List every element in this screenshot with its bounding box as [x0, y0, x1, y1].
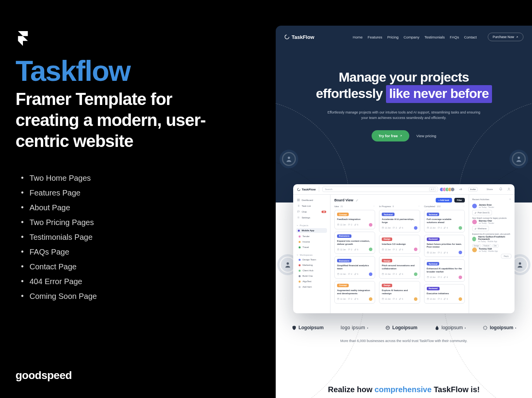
board-header: Board View + Add task Filter [334, 198, 465, 202]
svg-rect-25 [382, 298, 384, 300]
try-free-button[interactable]: Try for free [372, 130, 410, 141]
close-icon[interactable] [509, 198, 511, 201]
task-chip: Brainstorm [337, 259, 351, 262]
task-card[interactable]: Design Explore AI features and redesign … [379, 281, 420, 304]
nav-link[interactable]: Features [368, 35, 382, 39]
project-item[interactable]: Tender [296, 234, 327, 238]
purchase-button[interactable]: Purchase Now [488, 33, 523, 41]
sidebar-item-chat[interactable]: Chat16 [296, 209, 327, 214]
task-meta: 12 Jan 2 6 [427, 226, 462, 230]
chat-badge: 16 [322, 211, 326, 213]
trust-logos: Logoipsum logo ipsum• Logoipsum logoipsu… [276, 325, 532, 330]
workspace-item[interactable]: Marketing [296, 263, 327, 267]
add-task-button[interactable]: + Add task [436, 198, 452, 202]
workspace-item[interactable]: Design Team [296, 258, 327, 262]
task-card[interactable]: Reviewed Select future priorities for te… [424, 235, 465, 257]
attachment-pill[interactable]: Wireframe [472, 226, 489, 231]
attachment-pill[interactable]: Pitch Deck 01 [472, 210, 492, 215]
nav-link[interactable]: Testimonials [424, 35, 445, 39]
feature-list: Two Home Pages Features Page About Page … [23, 171, 233, 304]
list-item: FAQs Page [23, 244, 233, 259]
task-card[interactable]: Concept Augmented reality integration an… [334, 281, 375, 304]
color-dot [299, 270, 301, 272]
assignee-avatar [414, 297, 417, 301]
task-card[interactable]: Concept Feedback integration 12 Jan 2 6 [334, 210, 375, 229]
divider [319, 187, 319, 192]
task-card[interactable]: Technical Accelerate AI & partnerships, … [379, 210, 420, 232]
filter-button[interactable]: Filter [454, 198, 465, 202]
column-more[interactable] [418, 205, 420, 208]
svg-point-27 [464, 206, 464, 206]
activity-meta: on Today · Mobile App [479, 250, 498, 252]
svg-point-11 [298, 217, 299, 218]
rail-header: Recent Activities [472, 198, 511, 201]
hero-line2a: effortlessly [316, 86, 382, 101]
logo-item: logo ipsum• [341, 325, 368, 330]
share-button[interactable]: Share [484, 187, 494, 191]
activity-body: Expand into AI commerce team, plus growt… [472, 233, 511, 236]
task-title: Enhanced AI capabilities for the broader… [427, 267, 462, 274]
task-meta: 12 Jan 2 6 [382, 297, 417, 301]
sidebar-item-tasklist[interactable]: Task List [296, 204, 327, 208]
activity-item: Tommy Hallon Today · Mobile AppReply [472, 248, 511, 258]
svg-rect-7 [297, 199, 298, 200]
workspace-label: Add Item [303, 286, 312, 288]
app-brand[interactable]: TaskFlow [297, 188, 316, 191]
task-chip: Brainstorm [337, 234, 351, 238]
member-overflow[interactable]: +5 [459, 188, 462, 190]
invite-button[interactable]: Invite [468, 187, 478, 192]
nav-link[interactable]: FAQs [450, 35, 459, 39]
column-header: In Progress8 [379, 205, 420, 208]
workspace-item[interactable]: AlgoTest [296, 279, 327, 283]
workspace-item[interactable]: Add Item [296, 285, 327, 289]
task-card[interactable]: Technical Enhanced AI capabilities for t… [424, 259, 465, 282]
view-pricing-link[interactable]: View pricing [416, 134, 436, 138]
nav-link[interactable]: Contact [464, 35, 477, 39]
activity-rail: Recent Activities James Dowon Today · Te… [469, 195, 515, 313]
app-topbar: TaskFlow Search ⌘ F +5 Invite Share [293, 184, 515, 195]
reply-button[interactable]: Reply [501, 254, 511, 258]
user-button[interactable] [507, 187, 511, 191]
task-card[interactable]: Design Interface 3.0 redesign 12 Jan 2 6 [379, 235, 420, 254]
svg-point-21 [419, 206, 420, 206]
svg-rect-24 [382, 274, 384, 275]
person-icon [284, 261, 291, 268]
svg-point-19 [418, 206, 419, 206]
task-card[interactable]: Design Pitch around innovations and coll… [379, 256, 420, 279]
project-item[interactable]: Mobile App [296, 228, 327, 233]
workspace-item[interactable]: Build One [296, 274, 327, 278]
brand-logo[interactable]: TaskFlow [284, 34, 314, 40]
share-label: Share [487, 188, 493, 190]
column-more[interactable] [462, 205, 465, 208]
assignee-avatar [414, 272, 417, 276]
sidebar-item-dashboard[interactable]: Dashboard [296, 198, 327, 202]
sidebar-item-label: Task List [302, 205, 311, 207]
project-item[interactable]: Invoice [296, 240, 327, 244]
task-card[interactable]: Brainstorm Expand into content creation,… [334, 232, 375, 254]
promo-panel: Taskflow Framer Template for creating a … [16, 31, 233, 327]
search-input[interactable]: Search ⌘ F [322, 187, 438, 192]
sidebar-item-settings[interactable]: Settings [296, 215, 327, 220]
task-title: Full coverage scalable solutions ahead [427, 218, 462, 224]
member-avatars[interactable] [441, 187, 455, 192]
task-meta: 12 Jan 2 6 [337, 297, 372, 301]
column-more[interactable] [373, 205, 375, 208]
workspace-item[interactable]: Client Hub [296, 269, 327, 272]
task-card[interactable]: Brainstorm Simplified financial analytic… [334, 256, 375, 279]
bell-button[interactable] [499, 187, 502, 191]
board-column: In Progress8Technical Accelerate AI & pa… [379, 205, 420, 310]
nav-link[interactable]: Pricing [387, 35, 398, 39]
task-card[interactable]: Reviewed Executive initiatives 12 Jan 2 … [424, 284, 465, 304]
burst-icon [483, 325, 488, 330]
workspace-label: Design Team [303, 258, 316, 261]
nav-link[interactable]: Home [353, 35, 362, 39]
task-card[interactable]: Technical Full coverage scalable solutio… [424, 210, 465, 232]
svg-point-1 [288, 157, 290, 159]
pencil-icon[interactable] [356, 199, 358, 202]
nav-link[interactable]: Company [403, 35, 419, 39]
svg-rect-32 [427, 298, 429, 300]
svg-point-14 [374, 206, 375, 206]
project-item[interactable]: Travel [296, 245, 327, 249]
bell-icon [499, 187, 502, 191]
hero-heading: Manage your projects effortlessly like n… [287, 69, 520, 103]
